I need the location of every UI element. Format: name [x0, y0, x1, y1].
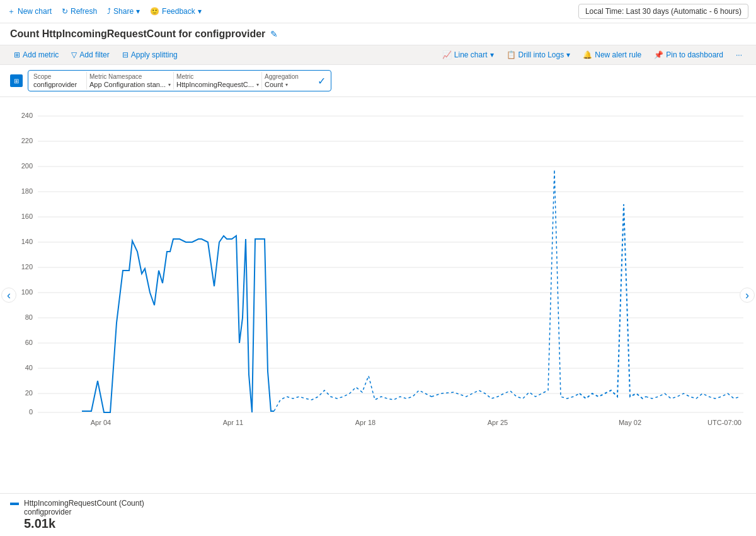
toolbar-left: ⊞ Add metric ▽ Add filter ⊟ Apply splitt…	[10, 48, 181, 62]
feedback-chevron-icon: ▾	[198, 7, 202, 16]
svg-text:60: 60	[25, 339, 33, 346]
svg-text:20: 20	[25, 389, 33, 397]
toolbar: ⊞ Add metric ▽ Add filter ⊟ Apply splitt…	[0, 45, 756, 65]
metric-value: HttpIncomingRequestC...	[176, 81, 254, 88]
page-wrapper: ＋ New chart ↻ Refresh ⤴ Share ▾ 🙂 Feedba…	[0, 0, 756, 536]
metric-check-icon[interactable]: ✓	[318, 75, 326, 87]
aggregation-select[interactable]: Count ▾	[265, 81, 315, 88]
apply-splitting-icon: ⊟	[122, 50, 129, 59]
namespace-chevron-icon: ▾	[168, 82, 171, 88]
svg-text:Apr 11: Apr 11	[223, 419, 243, 426]
share-button[interactable]: ⤴ Share ▾	[107, 7, 140, 16]
svg-text:100: 100	[21, 288, 33, 296]
pin-to-dashboard-button[interactable]: 📌 Pin to dashboard	[650, 48, 727, 62]
new-alert-rule-button[interactable]: 🔔 New alert rule	[579, 48, 645, 62]
feedback-button[interactable]: 🙂 Feedback ▾	[150, 7, 202, 16]
legend-details: HttpIncomingRequestCount (Count) configp…	[24, 499, 144, 531]
svg-text:120: 120	[21, 263, 33, 271]
legend-color-swatch	[10, 503, 19, 505]
aggregation-field: Aggregation Count ▾	[265, 73, 315, 88]
toolbar-right: 📈 Line chart ▾ 📋 Drill into Logs ▾ 🔔 New…	[438, 48, 746, 62]
svg-text:0: 0	[29, 408, 33, 416]
svg-text:180: 180	[21, 187, 33, 195]
svg-text:80: 80	[25, 313, 33, 321]
drill-logs-icon: 📋	[507, 50, 516, 59]
new-chart-button[interactable]: ＋ New chart	[8, 6, 52, 17]
divider1	[86, 72, 87, 90]
top-bar-left: ＋ New chart ↻ Refresh ⤴ Share ▾ 🙂 Feedba…	[8, 6, 202, 17]
apply-splitting-button[interactable]: ⊟ Apply splitting	[118, 48, 181, 62]
svg-text:UTC-07:00: UTC-07:00	[707, 419, 742, 426]
legend-area: HttpIncomingRequestCount (Count) configp…	[0, 493, 756, 536]
time-range-button[interactable]: Local Time: Last 30 days (Automatic - 6 …	[578, 4, 748, 19]
pin-icon: 📌	[654, 50, 663, 59]
new-chart-icon: ＋	[8, 6, 15, 17]
pin-label: Pin to dashboard	[666, 50, 723, 59]
metric-field: Metric HttpIncomingRequestC... ▾	[176, 73, 259, 88]
aggregation-label: Aggregation	[265, 73, 315, 80]
legend-name: HttpIncomingRequestCount (Count)	[24, 499, 144, 508]
add-metric-icon: ⊞	[14, 50, 20, 59]
aggregation-chevron-icon: ▾	[285, 82, 288, 88]
line-chart-button[interactable]: 📈 Line chart ▾	[438, 48, 498, 62]
line-chart-icon: 📈	[442, 50, 452, 59]
metric-row: ⊞ Scope configprovider Metric Namespace …	[0, 65, 756, 97]
feedback-icon: 🙂	[150, 7, 159, 16]
drill-logs-chevron-icon: ▾	[566, 50, 570, 59]
chart-area: ‹ › 240 220 200	[0, 97, 756, 493]
svg-text:240: 240	[21, 112, 33, 119]
add-metric-button[interactable]: ⊞ Add metric	[10, 48, 62, 62]
aggregation-value: Count	[265, 81, 283, 88]
svg-text:200: 200	[21, 162, 33, 170]
chart-nav-left[interactable]: ‹	[1, 288, 16, 303]
drill-into-logs-button[interactable]: 📋 Drill into Logs ▾	[503, 48, 575, 62]
refresh-button[interactable]: ↻ Refresh	[62, 7, 97, 16]
chart-svg: 240 220 200 180 160 140 120 100 80 60 40…	[0, 103, 756, 431]
metric-select[interactable]: HttpIncomingRequestC... ▾	[176, 81, 259, 88]
share-icon: ⤴	[107, 7, 111, 16]
namespace-value: App Configuration stan...	[89, 81, 166, 88]
more-options-icon: ···	[736, 50, 742, 59]
scope-field: Scope configprovider	[33, 73, 84, 88]
new-chart-label: New chart	[18, 7, 52, 16]
feedback-label: Feedback	[162, 7, 195, 16]
scope-label: Scope	[33, 73, 84, 80]
time-range-label: Local Time: Last 30 days (Automatic - 6 …	[585, 7, 742, 16]
legend-value: 5.01k	[24, 516, 144, 531]
namespace-label: Metric Namespace	[89, 73, 171, 80]
alert-label: New alert rule	[595, 50, 641, 59]
apply-splitting-label: Apply splitting	[131, 50, 178, 59]
metric-pill[interactable]: Scope configprovider Metric Namespace Ap…	[28, 70, 331, 91]
add-filter-button[interactable]: ▽ Add filter	[67, 48, 113, 62]
svg-text:Apr 25: Apr 25	[488, 419, 508, 426]
share-label: Share	[113, 7, 134, 16]
drill-logs-label: Drill into Logs	[518, 50, 564, 59]
add-metric-label: Add metric	[23, 50, 59, 59]
scope-icon: ⊞	[10, 74, 23, 87]
chart-title: Count HttpIncomingRequestCount for confi…	[10, 28, 265, 40]
svg-text:May 02: May 02	[619, 419, 641, 426]
share-chevron-icon: ▾	[136, 7, 140, 16]
svg-text:Apr 18: Apr 18	[355, 419, 375, 426]
namespace-field: Metric Namespace App Configuration stan.…	[89, 73, 171, 88]
svg-text:220: 220	[21, 137, 33, 144]
top-bar: ＋ New chart ↻ Refresh ⤴ Share ▾ 🙂 Feedba…	[0, 0, 756, 23]
chart-nav-right[interactable]: ›	[740, 288, 755, 303]
line-chart-label: Line chart	[454, 50, 488, 59]
namespace-select[interactable]: App Configuration stan... ▾	[89, 81, 171, 88]
more-options-button[interactable]: ···	[732, 48, 746, 62]
metric-chevron-icon: ▾	[256, 82, 259, 88]
legend-sub: configprovider	[24, 508, 144, 516]
svg-text:Apr 04: Apr 04	[91, 419, 111, 426]
svg-text:160: 160	[21, 213, 33, 220]
metric-label-text: Metric	[176, 73, 259, 80]
alert-icon: 🔔	[583, 50, 592, 59]
refresh-icon: ↻	[62, 7, 68, 16]
scope-value: configprovider	[33, 81, 77, 88]
legend-item: HttpIncomingRequestCount (Count) configp…	[10, 499, 746, 531]
svg-text:140: 140	[21, 238, 33, 245]
edit-icon[interactable]: ✎	[270, 29, 278, 39]
divider3	[261, 72, 262, 90]
scope-select[interactable]: configprovider	[33, 81, 84, 88]
line-chart-chevron-icon: ▾	[490, 50, 494, 59]
